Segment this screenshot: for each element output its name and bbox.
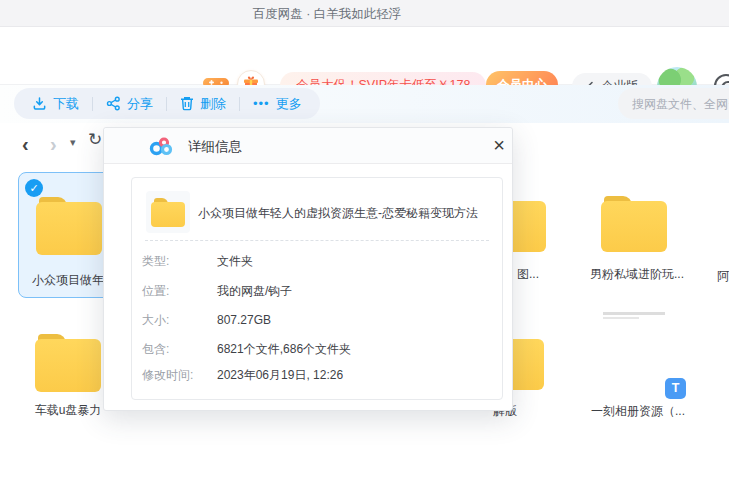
folder-icon [36, 197, 102, 255]
txt-file-icon: T [665, 378, 686, 399]
forward-button[interactable]: › [50, 134, 57, 154]
file-name: 小众项目做年轻人的虚拟资源生意-恋爱秘籍变现方法 [198, 205, 478, 222]
share-label: 分享 [127, 95, 153, 113]
download-button[interactable]: 下载 [32, 95, 79, 113]
detail-label: 修改时间: [142, 367, 217, 384]
delete-label: 删除 [200, 95, 226, 113]
check-icon: ✓ [25, 179, 43, 197]
back-button[interactable]: ‹ [22, 134, 29, 154]
folder-icon [601, 196, 667, 252]
detail-row-type: 类型:文件夹 [142, 253, 253, 270]
folder-label-fragment: 阿 [717, 268, 729, 285]
search-input[interactable] [632, 97, 729, 111]
delete-button[interactable]: 删除 [180, 95, 226, 113]
details-dialog: 详细信息 × 小众项目做年轻人的虚拟资源生意-恋爱秘籍变现方法 类型:文件夹 位… [103, 127, 513, 411]
detail-value: 6821个文件,686个文件夹 [217, 342, 351, 356]
faint-preview-text [603, 312, 665, 315]
detail-row-location: 位置:我的网盘/钩子 [142, 283, 292, 300]
file-card[interactable]: T [586, 304, 690, 400]
refresh-icon[interactable]: ↻ [88, 131, 102, 148]
download-label: 下载 [53, 95, 79, 113]
share-button[interactable]: 分享 [106, 95, 153, 113]
baidu-netdisk-window: 百度网盘 · 白羊我如此轻浮 会员大促！SVIP年卡低至￥178 会员中心 [0, 0, 729, 480]
toolbar-divider [92, 97, 93, 111]
folder-icon [35, 334, 101, 392]
share-icon [106, 96, 121, 111]
detail-value: 807.27GB [217, 313, 271, 327]
file-label: 一刻相册资源（... [583, 403, 693, 420]
ellipsis-icon: ••• [253, 97, 270, 110]
detail-label: 大小: [142, 312, 217, 329]
toolbar-row: 下载 分享 [0, 85, 729, 123]
trash-icon [180, 96, 194, 111]
file-icon-wrap [146, 191, 190, 233]
detail-value: 文件夹 [217, 254, 253, 268]
search-box[interactable] [618, 88, 729, 119]
faint-preview-text [603, 317, 639, 319]
dashed-divider [145, 240, 489, 241]
toolbar-divider [239, 97, 240, 111]
close-icon[interactable]: × [486, 131, 512, 159]
detail-label: 类型: [142, 253, 217, 270]
details-box: 小众项目做年轻人的虚拟资源生意-恋爱秘籍变现方法 类型:文件夹 位置:我的网盘/… [131, 177, 503, 400]
app-header: 会员大促！SVIP年卡低至￥178 会员中心 企业版 SVIP1 [0, 27, 729, 85]
folder-icon [151, 198, 185, 227]
toolbar-divider [166, 97, 167, 111]
window-titlebar: 百度网盘 · 白羊我如此轻浮 [0, 0, 729, 27]
action-bar: 下载 分享 [14, 88, 320, 119]
detail-value: 2023年06月19日, 12:26 [217, 368, 343, 382]
detail-row-contains: 包含:6821个文件,686个文件夹 [142, 341, 351, 358]
detail-row-modified: 修改时间:2023年06月19日, 12:26 [142, 367, 343, 384]
more-button[interactable]: ••• 更多 [253, 95, 302, 113]
netdisk-logo-icon [149, 137, 173, 156]
detail-label: 位置: [142, 283, 217, 300]
more-label: 更多 [276, 95, 302, 113]
folder-label: 男粉私域进阶玩... [578, 266, 696, 283]
folder-label: 图... [517, 266, 539, 283]
dialog-header: 详细信息 × [104, 128, 512, 164]
window-title: 百度网盘 · 白羊我如此轻浮 [0, 6, 654, 23]
download-icon [32, 96, 47, 111]
history-caret-icon[interactable]: ▾ [70, 137, 76, 148]
detail-label: 包含: [142, 341, 217, 358]
detail-value: 我的网盘/钩子 [217, 284, 292, 298]
detail-row-size: 大小:807.27GB [142, 312, 271, 329]
dialog-title: 详细信息 [188, 138, 242, 156]
